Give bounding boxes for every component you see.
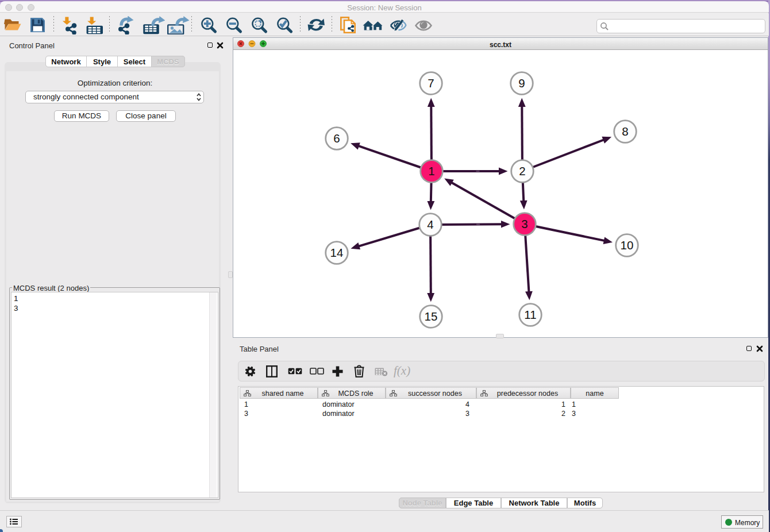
svg-text:1: 1 (428, 164, 434, 178)
svg-text:6: 6 (333, 132, 340, 145)
svg-text:4: 4 (427, 218, 433, 231)
svg-text:11: 11 (524, 308, 536, 321)
svg-text:2: 2 (519, 164, 525, 178)
svg-text:9: 9 (518, 76, 525, 90)
svg-text:3: 3 (521, 217, 528, 230)
svg-text:10: 10 (621, 238, 634, 252)
svg-text:8: 8 (622, 125, 628, 138)
svg-text:7: 7 (428, 76, 434, 90)
svg-text:14: 14 (330, 246, 344, 259)
svg-text:15: 15 (425, 310, 438, 323)
